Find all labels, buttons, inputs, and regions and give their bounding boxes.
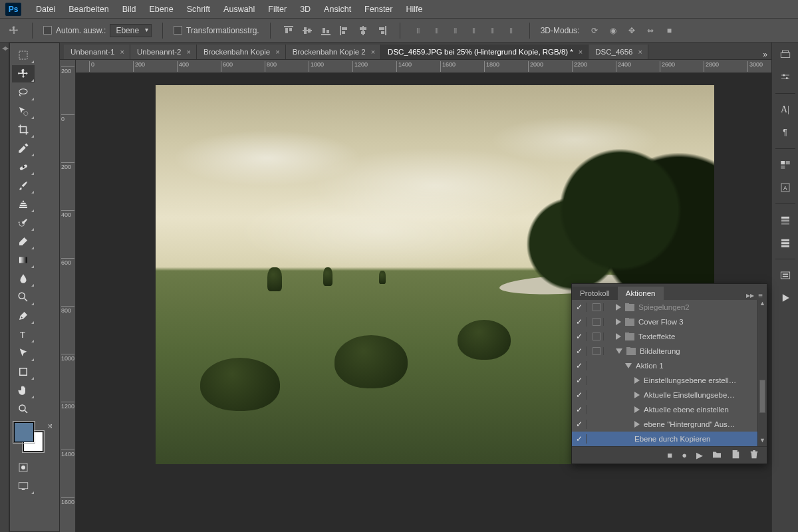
action-dialog-toggle[interactable] bbox=[593, 332, 600, 340]
action-row[interactable]: ✓Cover Flow 3 bbox=[572, 315, 767, 329]
action-toggle-checkbox[interactable]: ✓ bbox=[576, 317, 583, 327]
panel-collapse-icon[interactable]: ▸▸ bbox=[746, 291, 754, 300]
distribute-bottom-icon[interactable]: ⫴ bbox=[448, 23, 463, 38]
action-row[interactable]: ✓Texteffekte bbox=[572, 329, 767, 344]
menu-bearbeiten[interactable]: Bearbeiten bbox=[62, 2, 115, 17]
adjustments-panel-icon[interactable] bbox=[776, 69, 795, 85]
play-button[interactable]: ▶ bbox=[696, 450, 703, 460]
close-icon[interactable]: × bbox=[120, 48, 124, 56]
action-toggle-checkbox[interactable]: ✓ bbox=[576, 346, 583, 356]
crop-tool[interactable] bbox=[12, 121, 35, 138]
transform-controls-checkbox[interactable] bbox=[174, 26, 182, 35]
new-set-button[interactable] bbox=[712, 450, 722, 460]
menu-hilfe[interactable]: Hilfe bbox=[400, 2, 430, 17]
disclosure-right-icon[interactable] bbox=[634, 421, 640, 428]
scroll-thumb[interactable] bbox=[759, 380, 765, 413]
left-collapse-gutter[interactable] bbox=[0, 43, 9, 532]
disclosure-down-icon[interactable] bbox=[616, 348, 622, 354]
action-toggle-checkbox[interactable]: ✓ bbox=[576, 420, 583, 429]
gradient-tool[interactable] bbox=[12, 251, 35, 269]
blur-tool[interactable] bbox=[12, 270, 35, 287]
3d-orbit-icon[interactable]: ⟳ bbox=[587, 23, 602, 38]
actions-panel-icon[interactable] bbox=[776, 267, 795, 283]
action-row[interactable]: ✓Aktuelle ebene einstellen bbox=[572, 402, 767, 417]
document-tab[interactable]: Unbenannt-2× bbox=[130, 45, 197, 59]
auto-select-target-dropdown[interactable]: Ebene bbox=[110, 24, 152, 37]
document-tab[interactable]: Brockenbahn Kopie 2× bbox=[286, 45, 381, 59]
shape-tool[interactable] bbox=[12, 363, 35, 380]
marquee-tool[interactable] bbox=[12, 47, 35, 64]
menu-auswahl[interactable]: Auswahl bbox=[217, 2, 261, 17]
close-icon[interactable]: × bbox=[638, 48, 642, 56]
disclosure-right-icon[interactable] bbox=[634, 377, 640, 384]
move-tool[interactable] bbox=[12, 65, 35, 82]
align-top-icon[interactable] bbox=[281, 23, 296, 38]
disclosure-right-icon[interactable] bbox=[616, 333, 621, 340]
history-brush-tool[interactable] bbox=[12, 214, 35, 231]
menu-datei[interactable]: Datei bbox=[29, 2, 62, 17]
dodge-tool[interactable] bbox=[12, 289, 35, 306]
quick-selection-tool[interactable] bbox=[12, 102, 35, 120]
align-bottom-icon[interactable] bbox=[319, 23, 333, 38]
action-dialog-toggle[interactable] bbox=[593, 347, 600, 355]
brush-tool[interactable] bbox=[12, 177, 35, 194]
clone-stamp-tool[interactable] bbox=[12, 196, 35, 213]
close-icon[interactable]: × bbox=[371, 48, 375, 56]
menu-fenster[interactable]: Fenster bbox=[358, 2, 399, 17]
align-vcenter-icon[interactable] bbox=[300, 23, 315, 38]
menu-ebene[interactable]: Ebene bbox=[143, 2, 180, 17]
action-row[interactable]: ✓Ebene durch Kopieren bbox=[572, 432, 767, 446]
action-toggle-checkbox[interactable]: ✓ bbox=[576, 390, 583, 400]
actions-scrollbar[interactable]: ▲ ▼ bbox=[757, 300, 767, 446]
action-row[interactable]: ✓Aktuelle Einstellungsebe… bbox=[572, 388, 767, 402]
close-icon[interactable]: × bbox=[275, 48, 279, 56]
horizontal-ruler[interactable]: 0200400600800100012001400160018002000220… bbox=[76, 60, 771, 73]
action-toggle-checkbox[interactable]: ✓ bbox=[576, 405, 583, 414]
menu-3d[interactable]: 3D bbox=[293, 2, 317, 17]
menu-ansicht[interactable]: Ansicht bbox=[317, 2, 358, 17]
swap-colors-icon[interactable]: ⤭ bbox=[47, 422, 53, 430]
document-tab[interactable]: Brockenbahn Kopie× bbox=[197, 45, 286, 59]
path-selection-tool[interactable] bbox=[12, 344, 35, 362]
action-toggle-checkbox[interactable]: ✓ bbox=[576, 434, 583, 444]
quickmask-tool[interactable] bbox=[12, 459, 35, 476]
action-row[interactable]: ✓Spiegelungen2 bbox=[572, 300, 767, 315]
action-toggle-checkbox[interactable]: ✓ bbox=[576, 332, 583, 341]
3d-zoom-icon[interactable]: ■ bbox=[662, 23, 676, 38]
type-tool[interactable]: T bbox=[12, 326, 35, 343]
swatches-panel-icon[interactable] bbox=[776, 157, 795, 173]
action-row[interactable]: ✓Bildalterung bbox=[572, 344, 767, 358]
channels-panel-icon[interactable] bbox=[776, 235, 795, 251]
close-icon[interactable]: × bbox=[186, 48, 190, 56]
paragraph-panel-icon[interactable]: ¶ bbox=[776, 124, 795, 140]
menu-bild[interactable]: Bild bbox=[116, 2, 143, 17]
distribute-hcenter-icon[interactable]: ⦀ bbox=[485, 23, 500, 38]
zoom-tool[interactable] bbox=[12, 400, 35, 418]
close-icon[interactable]: × bbox=[579, 48, 583, 56]
document-tab[interactable]: Unbenannt-1× bbox=[64, 45, 130, 59]
healing-brush-tool[interactable]: ✚ bbox=[12, 158, 35, 176]
new-action-button[interactable] bbox=[731, 450, 740, 461]
action-dialog-toggle[interactable] bbox=[593, 318, 600, 326]
eyedropper-tool[interactable] bbox=[12, 140, 35, 157]
eraser-tool[interactable] bbox=[12, 233, 35, 250]
pen-tool[interactable] bbox=[12, 307, 35, 325]
action-toggle-checkbox[interactable]: ✓ bbox=[576, 376, 583, 385]
menu-filter[interactable]: Filter bbox=[261, 2, 293, 17]
disclosure-right-icon[interactable] bbox=[616, 319, 621, 325]
history-panel-icon[interactable] bbox=[776, 47, 795, 63]
foreground-color-swatch[interactable] bbox=[14, 422, 34, 442]
3d-slide-icon[interactable]: ⇔ bbox=[643, 23, 658, 38]
menu-schrift[interactable]: Schrift bbox=[180, 2, 217, 17]
disclosure-right-icon[interactable] bbox=[634, 406, 640, 413]
panel-menu-icon[interactable]: ≡ bbox=[758, 291, 763, 299]
align-hcenter-icon[interactable] bbox=[356, 23, 370, 38]
play-panel-icon[interactable] bbox=[776, 290, 795, 306]
tab-aktionen[interactable]: Aktionen bbox=[618, 287, 664, 300]
disclosure-right-icon[interactable] bbox=[616, 304, 621, 311]
scroll-down-icon[interactable]: ▼ bbox=[758, 437, 767, 446]
record-button[interactable]: ● bbox=[682, 450, 687, 460]
action-row[interactable]: ✓Einstellungsebene erstell… bbox=[572, 373, 767, 388]
document-tab[interactable]: DSC_4656× bbox=[589, 45, 648, 59]
vertical-ruler[interactable]: 20002004006008001000120014001600 bbox=[60, 60, 76, 532]
